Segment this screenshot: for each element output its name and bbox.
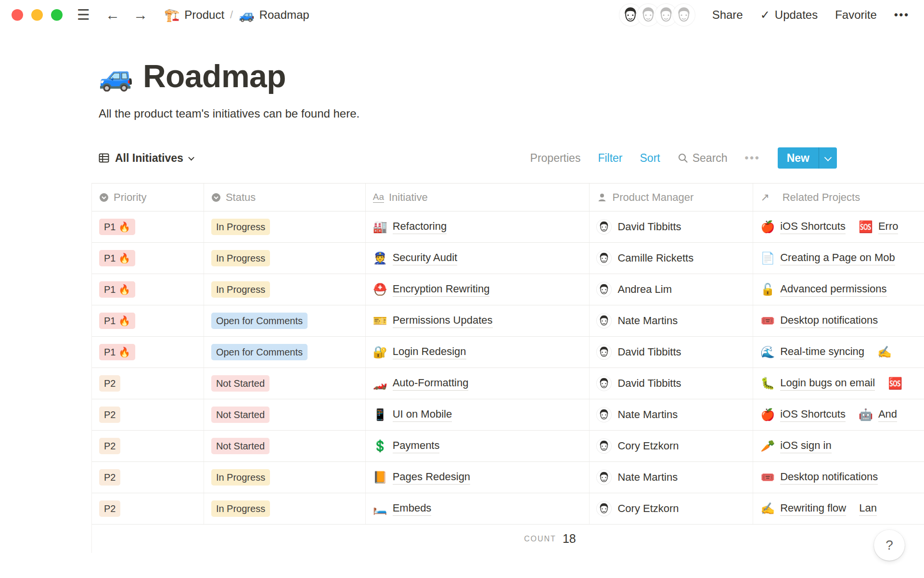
count-summary[interactable]: COUNT 18 <box>524 525 576 553</box>
priority-badge: P1 🔥 <box>99 250 135 266</box>
priority-cell[interactable]: P2 <box>92 368 204 399</box>
related-project-label: Erro <box>878 220 898 234</box>
column-header-product-manager[interactable]: Product Manager <box>590 184 753 211</box>
back-icon[interactable]: ← <box>105 8 120 22</box>
related-project-label: Login bugs on email <box>780 377 875 391</box>
status-badge: Not Started <box>211 438 270 454</box>
manager-cell[interactable]: David Tibbitts <box>590 337 753 368</box>
priority-cell[interactable]: P1 🔥 <box>92 337 204 368</box>
new-dropdown-button[interactable] <box>819 147 837 169</box>
initiative-link[interactable]: Refactoring <box>393 220 447 234</box>
breadcrumb-product[interactable]: 🏗️ Product <box>164 8 224 23</box>
status-badge: Open for Comments <box>211 344 308 360</box>
sidebar-menu-icon[interactable]: ☰ <box>77 8 90 22</box>
initiative-link[interactable]: Payments <box>393 439 440 453</box>
initiative-link[interactable]: Encryption Rewriting <box>393 283 490 297</box>
priority-cell[interactable]: P2 <box>92 431 204 461</box>
sort-button[interactable]: Sort <box>640 152 660 165</box>
forward-icon[interactable]: → <box>133 8 148 22</box>
priority-cell[interactable]: P2 <box>92 462 204 493</box>
view-switcher[interactable]: All Initiatives <box>99 152 193 165</box>
breadcrumb-roadmap[interactable]: 🚙 Roadmap <box>239 8 309 23</box>
share-button[interactable]: Share <box>712 8 743 22</box>
initiative-link[interactable]: UI on Mobile <box>393 408 452 422</box>
manager-cell[interactable]: Nate Martins <box>590 399 753 430</box>
toolbar-more-icon[interactable]: ••• <box>745 152 760 164</box>
roadmap-table: Priority Status Aa Initiative Produc <box>91 183 924 553</box>
manager-cell[interactable]: Andrea Lim <box>590 274 753 305</box>
manager-avatar <box>597 251 611 265</box>
updates-button[interactable]: ✓ Updates <box>760 8 818 22</box>
related-project-link[interactable]: 🎟️Desktop notifications <box>760 314 878 328</box>
priority-cell[interactable]: P2 <box>92 399 204 430</box>
priority-cell[interactable]: P1 🔥 <box>92 305 204 336</box>
manager-cell[interactable]: David Tibbitts <box>590 211 753 242</box>
priority-cell[interactable]: P1 🔥 <box>92 211 204 242</box>
related-project-label: Lan <box>859 502 877 516</box>
page-car-icon[interactable]: 🚙 <box>99 60 133 92</box>
related-project-label: Rewriting flow <box>780 502 846 516</box>
status-cell[interactable]: Not Started <box>204 399 366 430</box>
close-window-button[interactable] <box>12 9 23 21</box>
initiative-link[interactable]: Auto-Formatting <box>393 377 469 391</box>
priority-badge: P1 🔥 <box>99 344 135 360</box>
status-cell[interactable]: Not Started <box>204 431 366 461</box>
related-project-link[interactable]: 🍎iOS Shortcuts <box>760 220 846 234</box>
select-property-icon <box>99 193 109 202</box>
status-cell[interactable]: Open for Comments <box>204 305 366 336</box>
status-cell[interactable]: In Progress <box>204 462 366 493</box>
manager-cell[interactable]: Cory Etzkorn <box>590 431 753 461</box>
more-options-icon[interactable]: ••• <box>894 9 910 21</box>
initiative-link[interactable]: Pages Redesign <box>393 471 470 485</box>
related-project-link[interactable]: 🤖And <box>859 408 897 422</box>
help-button[interactable]: ? <box>874 530 905 561</box>
related-project-link[interactable]: 🆘Erro <box>859 220 898 234</box>
initiative-link[interactable]: Login Redesign <box>393 345 466 359</box>
initiative-link[interactable]: Embeds <box>393 502 432 516</box>
priority-cell[interactable]: P2 <box>92 493 204 524</box>
related-project-link[interactable]: 🍎iOS Shortcuts <box>760 408 846 422</box>
related-project-link[interactable]: 🐛Login bugs on email <box>760 377 875 391</box>
status-cell[interactable]: In Progress <box>204 211 366 242</box>
column-header-initiative[interactable]: Aa Initiative <box>366 184 590 211</box>
related-project-link[interactable]: 🔓Advanced permissions <box>760 283 886 297</box>
related-project-link[interactable]: Lan <box>859 502 877 516</box>
column-header-related-projects[interactable]: ↗ Related Projects <box>753 184 924 211</box>
manager-cell[interactable]: David Tibbitts <box>590 368 753 399</box>
filter-button[interactable]: Filter <box>598 152 622 165</box>
initiative-link[interactable]: Permissions Updates <box>393 314 493 328</box>
new-button[interactable]: New <box>778 147 819 169</box>
manager-cell[interactable]: Nate Martins <box>590 305 753 336</box>
status-cell[interactable]: In Progress <box>204 274 366 305</box>
priority-cell[interactable]: P1 🔥 <box>92 274 204 305</box>
breadcrumb-roadmap-label: Roadmap <box>259 8 309 22</box>
manager-cell[interactable]: Nate Martins <box>590 462 753 493</box>
column-header-status[interactable]: Status <box>204 184 366 211</box>
search-button[interactable]: Search <box>678 152 728 165</box>
avatar[interactable] <box>673 4 695 26</box>
zoom-window-button[interactable] <box>51 9 63 21</box>
related-project-link[interactable]: ✍️ <box>877 345 897 359</box>
related-project-link[interactable]: 📄Creating a Page on Mob <box>760 251 895 265</box>
priority-cell[interactable]: P1 🔥 <box>92 243 204 274</box>
related-project-link[interactable]: 🌊Real-time syncing <box>760 345 864 359</box>
favorite-button[interactable]: Favorite <box>835 8 877 22</box>
status-badge: In Progress <box>211 500 270 517</box>
status-cell[interactable]: In Progress <box>204 493 366 524</box>
related-project-link[interactable]: 🆘 <box>888 377 908 390</box>
related-project-emoji: 🍎 <box>760 408 775 421</box>
related-project-link[interactable]: 🥕iOS sign in <box>760 439 831 453</box>
minimize-window-button[interactable] <box>31 9 43 21</box>
manager-cell[interactable]: Cory Etzkorn <box>590 493 753 524</box>
status-cell[interactable]: In Progress <box>204 243 366 274</box>
initiative-emoji: 🛏️ <box>373 502 387 515</box>
related-project-link[interactable]: ✍️Rewriting flow <box>760 502 846 516</box>
properties-button[interactable]: Properties <box>530 152 581 165</box>
column-header-priority[interactable]: Priority <box>92 184 204 211</box>
related-project-link[interactable]: 🎟️Desktop notifications <box>760 471 878 485</box>
initiative-link[interactable]: Security Audit <box>393 251 458 265</box>
status-cell[interactable]: Open for Comments <box>204 337 366 368</box>
view-name: All Initiatives <box>115 152 183 165</box>
manager-cell[interactable]: Camille Ricketts <box>590 243 753 274</box>
status-cell[interactable]: Not Started <box>204 368 366 399</box>
